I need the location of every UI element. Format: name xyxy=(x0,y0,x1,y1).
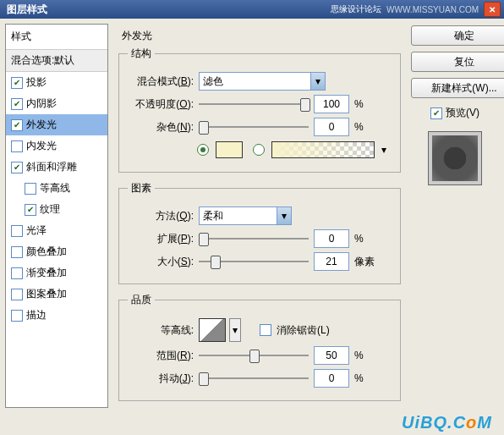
style-checkbox[interactable] xyxy=(11,77,23,89)
quality-legend: 品质 xyxy=(128,293,155,307)
contour-picker[interactable] xyxy=(199,318,226,342)
style-item-label: 图案叠加 xyxy=(26,287,67,301)
style-item-label: 投影 xyxy=(26,75,47,90)
style-item-10[interactable]: 图案叠加 xyxy=(6,284,107,305)
antialias-checkbox[interactable] xyxy=(260,324,271,336)
preview-thumbnail xyxy=(428,131,482,185)
spread-input[interactable] xyxy=(314,229,349,248)
jitter-label: 抖动(J): xyxy=(128,372,194,386)
style-item-2[interactable]: 外发光 xyxy=(6,114,107,135)
preview-label: 预览(V) xyxy=(446,106,479,120)
layer-style-dialog: 图层样式 思缘设计论坛 WWW.MISSYUAN.COM ✕ 样式 混合选项:默… xyxy=(0,0,504,435)
antialias-label: 消除锯齿(L) xyxy=(277,323,330,338)
style-checkbox[interactable] xyxy=(25,183,36,195)
style-checkbox[interactable] xyxy=(11,289,23,300)
color-radio[interactable] xyxy=(197,144,209,156)
style-checkbox[interactable] xyxy=(11,140,23,152)
elements-legend: 图素 xyxy=(128,181,155,195)
style-list: 投影内阴影外发光内发光斜面和浮雕等高线纹理光泽颜色叠加渐变叠加图案叠加描边 xyxy=(6,72,107,407)
quality-group: 品质 等高线: ▾ 消除锯齿(L) 范围(R): % 抖动(J): xyxy=(118,293,401,401)
brand-url: WWW.MISSYUAN.COM xyxy=(386,5,479,14)
options-panel: 外发光 结构 混合模式(B): 滤色 ▾ 不透明度(O): % xyxy=(112,24,408,408)
technique-dropdown[interactable]: 柔和 ▾ xyxy=(199,206,292,225)
style-item-6[interactable]: 纹理 xyxy=(6,199,107,220)
style-item-label: 颜色叠加 xyxy=(26,245,67,259)
size-label: 大小(S): xyxy=(128,255,194,269)
ok-button[interactable]: 确定 xyxy=(411,25,504,46)
opacity-input[interactable] xyxy=(314,95,349,113)
style-checkbox[interactable] xyxy=(11,246,23,258)
style-item-8[interactable]: 颜色叠加 xyxy=(6,241,107,262)
action-buttons: 确定 复位 新建样式(W)... 预览(V) xyxy=(411,24,499,408)
preview-checkbox[interactable] xyxy=(430,107,442,119)
style-checkbox[interactable] xyxy=(11,310,23,322)
titlebar[interactable]: 图层样式 思缘设计论坛 WWW.MISSYUAN.COM ✕ xyxy=(0,0,504,19)
noise-slider[interactable] xyxy=(199,118,309,135)
style-item-1[interactable]: 内阴影 xyxy=(6,93,107,114)
cancel-button[interactable]: 复位 xyxy=(411,52,504,72)
style-checkbox[interactable] xyxy=(11,225,23,237)
style-item-3[interactable]: 内发光 xyxy=(6,135,107,157)
style-item-label: 渐变叠加 xyxy=(26,266,67,280)
style-checkbox[interactable] xyxy=(11,162,23,173)
opacity-slider[interactable] xyxy=(199,96,309,113)
size-slider[interactable] xyxy=(199,253,309,270)
noise-label: 杂色(N): xyxy=(128,120,194,135)
style-item-label: 纹理 xyxy=(40,202,60,217)
blend-mode-label: 混合模式(B): xyxy=(128,74,194,89)
chevron-down-icon: ▾ xyxy=(277,207,291,224)
chevron-down-icon[interactable]: ▾ xyxy=(229,318,241,342)
noise-input[interactable] xyxy=(314,118,349,136)
jitter-input[interactable] xyxy=(314,369,349,388)
style-checkbox[interactable] xyxy=(25,204,36,216)
blend-mode-dropdown[interactable]: 滤色 ▾ xyxy=(199,72,326,91)
style-item-label: 外发光 xyxy=(26,118,57,132)
opacity-label: 不透明度(O): xyxy=(128,97,194,112)
structure-legend: 结构 xyxy=(128,47,155,61)
style-item-label: 斜面和浮雕 xyxy=(26,160,77,174)
new-style-button[interactable]: 新建样式(W)... xyxy=(411,78,504,98)
chevron-down-icon[interactable]: ▾ xyxy=(381,144,386,156)
color-swatch[interactable] xyxy=(216,141,243,158)
range-slider[interactable] xyxy=(199,347,309,364)
style-item-label: 内发光 xyxy=(26,139,57,153)
style-checkbox[interactable] xyxy=(11,119,23,131)
window-title: 图层样式 xyxy=(7,3,47,17)
style-item-7[interactable]: 光泽 xyxy=(6,220,107,241)
close-icon[interactable]: ✕ xyxy=(484,2,501,17)
spread-slider[interactable] xyxy=(199,230,309,247)
chevron-down-icon: ▾ xyxy=(310,73,325,90)
contour-label: 等高线: xyxy=(128,323,194,338)
range-label: 范围(R): xyxy=(128,349,194,363)
style-item-11[interactable]: 描边 xyxy=(6,305,107,326)
blend-options-default[interactable]: 混合选项:默认 xyxy=(6,50,107,72)
structure-group: 结构 混合模式(B): 滤色 ▾ 不透明度(O): % 杂色(N): xyxy=(118,47,401,173)
style-item-4[interactable]: 斜面和浮雕 xyxy=(6,157,107,178)
elements-group: 图素 方法(Q): 柔和 ▾ 扩展(P): % 大小(S): xyxy=(118,181,401,284)
watermark: UiBQ.CoM xyxy=(0,413,504,432)
brand-text: 思缘设计论坛 xyxy=(331,3,381,15)
styles-panel: 样式 混合选项:默认 投影内阴影外发光内发光斜面和浮雕等高线纹理光泽颜色叠加渐变… xyxy=(5,24,108,408)
technique-label: 方法(Q): xyxy=(128,209,194,223)
range-input[interactable] xyxy=(314,346,349,365)
style-item-0[interactable]: 投影 xyxy=(6,72,107,93)
style-checkbox[interactable] xyxy=(11,98,23,110)
gradient-picker[interactable] xyxy=(271,141,375,158)
style-item-9[interactable]: 渐变叠加 xyxy=(6,262,107,284)
style-checkbox[interactable] xyxy=(11,267,23,279)
size-input[interactable] xyxy=(314,252,349,271)
section-title: 外发光 xyxy=(122,29,401,43)
style-item-label: 描边 xyxy=(26,308,47,322)
style-item-5[interactable]: 等高线 xyxy=(6,178,107,199)
style-item-label: 光泽 xyxy=(26,223,47,238)
jitter-slider[interactable] xyxy=(199,370,309,387)
gradient-radio[interactable] xyxy=(253,144,265,156)
style-item-label: 内阴影 xyxy=(26,96,57,111)
style-item-label: 等高线 xyxy=(40,181,70,195)
styles-header[interactable]: 样式 xyxy=(6,25,107,50)
spread-label: 扩展(P): xyxy=(128,232,194,246)
